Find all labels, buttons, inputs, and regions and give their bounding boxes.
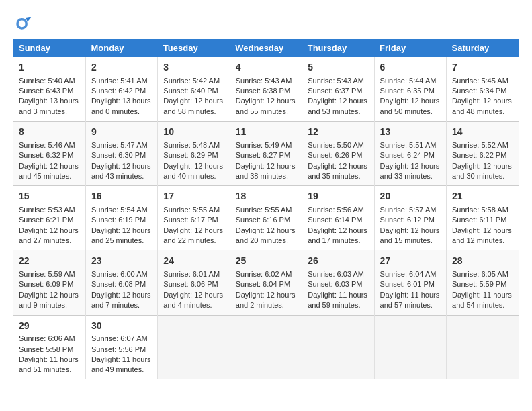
day-number: 5 xyxy=(308,61,368,75)
day-cell: 16Sunrise: 5:54 AMSunset: 6:19 PMDayligh… xyxy=(85,186,157,250)
sunset: Sunset: 6:01 PM xyxy=(380,279,441,289)
sunrise: Sunrise: 6:03 AM xyxy=(308,269,368,279)
day-cell: 5Sunrise: 5:43 AMSunset: 6:37 PMDaylight… xyxy=(302,57,374,122)
sunset: Sunset: 6:42 PM xyxy=(91,86,152,96)
sunrise: Sunrise: 5:41 AM xyxy=(91,76,152,86)
sunset: Sunset: 6:34 PM xyxy=(452,86,513,96)
day-number: 17 xyxy=(163,190,224,203)
day-number: 7 xyxy=(452,61,513,75)
day-cell: 19Sunrise: 5:56 AMSunset: 6:14 PMDayligh… xyxy=(302,186,374,250)
daylight: Daylight: 12 hours and 38 minutes. xyxy=(236,161,296,182)
day-cell: 1Sunrise: 5:40 AMSunset: 6:43 PMDaylight… xyxy=(13,57,85,122)
sunrise: Sunrise: 5:48 AM xyxy=(163,140,224,150)
daylight: Daylight: 12 hours and 48 minutes. xyxy=(452,96,513,117)
weekday-header-thursday: Thursday xyxy=(302,39,374,57)
day-cell: 25Sunrise: 6:02 AMSunset: 6:04 PMDayligh… xyxy=(230,250,302,315)
sunset: Sunset: 6:04 PM xyxy=(236,279,296,289)
daylight: Daylight: 12 hours and 27 minutes. xyxy=(19,226,80,246)
sunset: Sunset: 6:26 PM xyxy=(308,150,368,161)
sunrise: Sunrise: 5:51 AM xyxy=(380,140,441,150)
day-number: 28 xyxy=(452,255,513,268)
day-cell: 18Sunrise: 5:55 AMSunset: 6:16 PMDayligh… xyxy=(230,186,302,250)
sunset: Sunset: 6:08 PM xyxy=(91,279,152,289)
sunrise: Sunrise: 5:45 AM xyxy=(452,76,513,86)
weekday-header-tuesday: Tuesday xyxy=(158,39,230,57)
day-cell: 20Sunrise: 5:57 AMSunset: 6:12 PMDayligh… xyxy=(374,186,446,250)
day-cell: 29Sunrise: 6:06 AMSunset: 5:58 PMDayligh… xyxy=(13,315,85,379)
page-header xyxy=(13,13,519,32)
day-number: 3 xyxy=(163,61,224,75)
day-number: 22 xyxy=(19,255,80,268)
daylight: Daylight: 12 hours and 55 minutes. xyxy=(236,96,296,117)
week-row-4: 22Sunrise: 5:59 AMSunset: 6:09 PMDayligh… xyxy=(13,250,519,315)
sunset: Sunset: 6:43 PM xyxy=(19,86,80,96)
sunset: Sunset: 6:22 PM xyxy=(452,150,513,161)
day-cell: 30Sunrise: 6:07 AMSunset: 5:56 PMDayligh… xyxy=(85,315,157,379)
sunrise: Sunrise: 5:52 AM xyxy=(452,140,513,150)
sunset: Sunset: 5:56 PM xyxy=(91,345,152,355)
week-row-2: 8Sunrise: 5:46 AMSunset: 6:32 PMDaylight… xyxy=(13,122,519,186)
daylight: Daylight: 12 hours and 33 minutes. xyxy=(380,161,441,182)
daylight: Daylight: 13 hours and 0 minutes. xyxy=(91,96,152,117)
day-cell: 12Sunrise: 5:50 AMSunset: 6:26 PMDayligh… xyxy=(302,122,374,186)
day-number: 13 xyxy=(380,126,441,139)
daylight: Daylight: 12 hours and 15 minutes. xyxy=(380,226,441,246)
day-cell: 13Sunrise: 5:51 AMSunset: 6:24 PMDayligh… xyxy=(374,122,446,186)
daylight: Daylight: 12 hours and 20 minutes. xyxy=(236,226,296,246)
day-cell: 10Sunrise: 5:48 AMSunset: 6:29 PMDayligh… xyxy=(158,122,230,186)
daylight: Daylight: 12 hours and 58 minutes. xyxy=(163,96,224,117)
sunset: Sunset: 6:11 PM xyxy=(452,215,513,225)
sunrise: Sunrise: 5:57 AM xyxy=(380,205,441,215)
sunrise: Sunrise: 5:49 AM xyxy=(236,140,296,150)
weekday-header-sunday: Sunday xyxy=(13,39,85,57)
day-number: 12 xyxy=(308,126,368,139)
day-cell: 24Sunrise: 6:01 AMSunset: 6:06 PMDayligh… xyxy=(158,250,230,315)
day-cell xyxy=(374,315,446,379)
daylight: Daylight: 12 hours and 7 minutes. xyxy=(91,290,152,311)
sunrise: Sunrise: 5:42 AM xyxy=(163,76,224,86)
week-row-5: 29Sunrise: 6:06 AMSunset: 5:58 PMDayligh… xyxy=(13,315,519,379)
day-number: 10 xyxy=(163,126,224,139)
day-number: 15 xyxy=(19,190,80,203)
sunrise: Sunrise: 5:50 AM xyxy=(308,140,368,150)
sunset: Sunset: 6:24 PM xyxy=(380,150,441,161)
week-row-1: 1Sunrise: 5:40 AMSunset: 6:43 PMDaylight… xyxy=(13,57,519,122)
sunset: Sunset: 6:16 PM xyxy=(236,215,296,225)
sunset: Sunset: 6:27 PM xyxy=(236,150,296,161)
sunset: Sunset: 6:03 PM xyxy=(308,279,368,289)
day-number: 9 xyxy=(91,126,152,139)
sunset: Sunset: 6:19 PM xyxy=(91,215,152,225)
day-number: 30 xyxy=(91,320,152,333)
daylight: Daylight: 12 hours and 22 minutes. xyxy=(163,226,224,246)
sunrise: Sunrise: 6:04 AM xyxy=(380,269,441,279)
sunset: Sunset: 6:37 PM xyxy=(308,86,368,96)
day-cell xyxy=(302,315,374,379)
day-number: 18 xyxy=(236,190,296,203)
daylight: Daylight: 11 hours and 49 minutes. xyxy=(91,355,152,375)
sunrise: Sunrise: 6:00 AM xyxy=(91,269,152,279)
day-number: 6 xyxy=(380,61,441,75)
day-cell: 21Sunrise: 5:58 AMSunset: 6:11 PMDayligh… xyxy=(447,186,519,250)
day-cell: 14Sunrise: 5:52 AMSunset: 6:22 PMDayligh… xyxy=(447,122,519,186)
daylight: Daylight: 13 hours and 3 minutes. xyxy=(19,96,80,117)
day-cell: 28Sunrise: 6:05 AMSunset: 5:59 PMDayligh… xyxy=(447,250,519,315)
sunrise: Sunrise: 5:46 AM xyxy=(19,140,80,150)
sunset: Sunset: 6:30 PM xyxy=(91,150,152,161)
daylight: Daylight: 12 hours and 25 minutes. xyxy=(91,226,152,246)
day-number: 24 xyxy=(163,255,224,268)
day-number: 1 xyxy=(19,61,80,75)
sunset: Sunset: 6:35 PM xyxy=(380,86,441,96)
sunset: Sunset: 5:59 PM xyxy=(452,279,513,289)
day-number: 20 xyxy=(380,190,441,203)
daylight: Daylight: 12 hours and 4 minutes. xyxy=(163,290,224,311)
sunset: Sunset: 6:12 PM xyxy=(380,215,441,225)
day-number: 14 xyxy=(452,126,513,139)
sunrise: Sunrise: 5:55 AM xyxy=(236,205,296,215)
weekday-header-friday: Friday xyxy=(374,39,446,57)
day-cell: 26Sunrise: 6:03 AMSunset: 6:03 PMDayligh… xyxy=(302,250,374,315)
day-number: 16 xyxy=(91,190,152,203)
day-number: 2 xyxy=(91,61,152,75)
day-number: 25 xyxy=(236,255,296,268)
day-number: 4 xyxy=(236,61,296,75)
sunset: Sunset: 6:06 PM xyxy=(163,279,224,289)
